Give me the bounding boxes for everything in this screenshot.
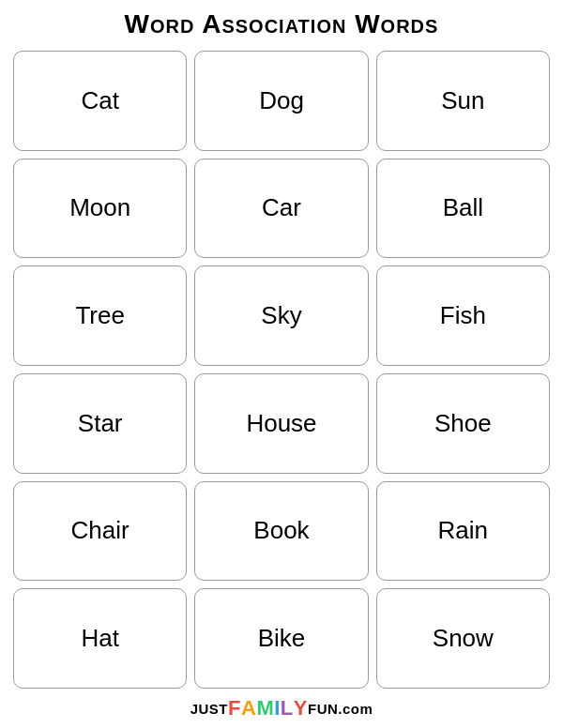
word-card-sky[interactable]: Sky — [194, 265, 368, 366]
word-card-sun[interactable]: Sun — [376, 51, 550, 151]
footer-letter-i: I — [274, 696, 281, 720]
word-card-book[interactable]: Book — [194, 481, 368, 582]
word-card-bike[interactable]: Bike — [194, 588, 368, 689]
footer: JUST F A M I L Y FUN.com — [190, 696, 373, 720]
footer-letter-f: F — [228, 696, 241, 720]
word-card-house[interactable]: House — [194, 373, 368, 474]
word-card-chair[interactable]: Chair — [13, 481, 187, 582]
word-card-fish[interactable]: Fish — [376, 265, 550, 366]
word-card-ball[interactable]: Ball — [376, 159, 550, 259]
footer-letter-l: L — [281, 696, 294, 720]
word-card-shoe[interactable]: Shoe — [376, 373, 550, 474]
word-card-rain[interactable]: Rain — [376, 481, 550, 582]
word-grid: CatDogSunMoonCarBallTreeSkyFishStarHouse… — [13, 51, 550, 689]
footer-letter-m: M — [256, 696, 274, 720]
footer-just: JUST — [190, 701, 228, 717]
word-card-cat[interactable]: Cat — [13, 51, 187, 151]
word-card-star[interactable]: Star — [13, 373, 187, 474]
word-card-dog[interactable]: Dog — [194, 51, 368, 151]
footer-letter-a: A — [241, 696, 256, 720]
word-card-hat[interactable]: Hat — [13, 588, 187, 689]
footer-letter-y: Y — [294, 696, 308, 720]
page-title: Word Association Words — [125, 9, 439, 39]
word-card-tree[interactable]: Tree — [13, 265, 187, 366]
word-card-snow[interactable]: Snow — [376, 588, 550, 689]
word-card-car[interactable]: Car — [194, 159, 368, 259]
word-card-moon[interactable]: Moon — [13, 159, 187, 259]
footer-fun: FUN.com — [308, 701, 373, 717]
